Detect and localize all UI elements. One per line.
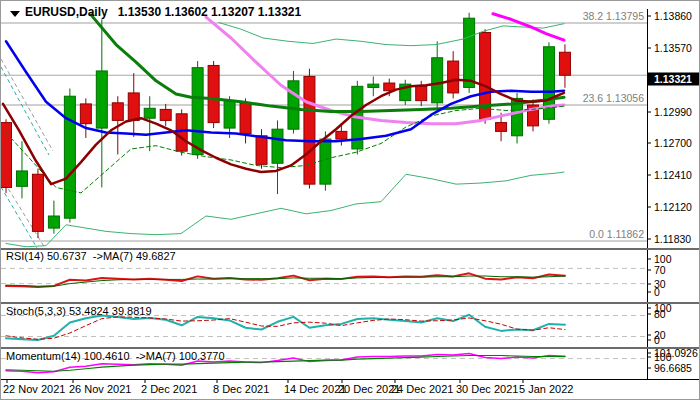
rsi-line bbox=[6, 273, 565, 287]
bull-candle bbox=[320, 139, 331, 184]
time-axis-label: 22 Nov 2021 bbox=[3, 383, 65, 395]
stochastic-pane[interactable] bbox=[1, 315, 647, 340]
time-axis-label: 24 Dec 2021 bbox=[391, 383, 453, 395]
bear-candle bbox=[80, 104, 91, 124]
indicator-axis-label: 80 bbox=[654, 308, 666, 320]
momentum-ma bbox=[6, 356, 565, 372]
bear-candle bbox=[559, 52, 570, 75]
indicator-axis-label: 0 bbox=[654, 334, 660, 346]
time-axis-label: 5 Jan 2022 bbox=[519, 383, 573, 395]
bull-candle bbox=[16, 171, 27, 186]
bull-candle bbox=[48, 216, 59, 228]
price-axis-label: 1.12700 bbox=[654, 137, 692, 149]
price-axis-label: 1.12990 bbox=[654, 106, 692, 118]
indicator-axis-label: 0 bbox=[654, 286, 660, 298]
bear-candle bbox=[336, 131, 347, 139]
bull-candle bbox=[192, 68, 203, 155]
band-upper bbox=[219, 23, 564, 46]
ma-magenta bbox=[493, 14, 564, 40]
price-axis-label: 1.13570 bbox=[654, 42, 692, 54]
bull-candle bbox=[464, 18, 475, 87]
bear-candle bbox=[496, 123, 507, 132]
bear-candle bbox=[304, 76, 315, 184]
time-axis-label: 26 Nov 2021 bbox=[69, 383, 131, 395]
bear-candle bbox=[128, 93, 139, 120]
bear-candle bbox=[112, 103, 123, 121]
main-price-pane[interactable] bbox=[1, 13, 647, 248]
bull-candle bbox=[272, 129, 283, 163]
bear-candle bbox=[448, 61, 459, 93]
rsi-pane[interactable] bbox=[1, 268, 647, 287]
time-axis-label: 30 Dec 2021 bbox=[456, 383, 518, 395]
bear-candle bbox=[160, 109, 171, 120]
price-axis-label: 1.12120 bbox=[654, 201, 692, 213]
time-axis[interactable]: 22 Nov 202126 Nov 20212 Dec 20218 Dec 20… bbox=[1, 381, 647, 399]
bear-candle bbox=[240, 103, 251, 134]
price-axis-label: 1.13860 bbox=[654, 10, 692, 22]
bear-candle bbox=[416, 86, 427, 100]
momentum-line bbox=[6, 353, 565, 372]
bull-candle bbox=[288, 81, 299, 129]
trendline-teal-lower[interactable] bbox=[1, 187, 37, 248]
chart-plot[interactable]: 38.2 1.1379523.6 1.130560.0 1.118621.138… bbox=[1, 1, 700, 400]
bear-candle bbox=[32, 174, 43, 231]
time-axis-label: 2 Dec 2021 bbox=[141, 383, 197, 395]
ma-violet bbox=[206, 17, 564, 124]
momentum-pane[interactable] bbox=[1, 353, 647, 372]
bull-candle bbox=[224, 101, 235, 128]
candles bbox=[1, 13, 570, 238]
current-price-label: 1.13321 bbox=[654, 73, 692, 85]
bull-candle bbox=[96, 71, 107, 128]
bull-candle bbox=[144, 108, 155, 118]
fib-level-label-0: 38.2 1.13795 bbox=[583, 10, 644, 22]
indicator-axis-label: 96.6685 bbox=[654, 362, 692, 374]
bear-candle bbox=[256, 136, 267, 165]
ma-green-thick bbox=[91, 15, 564, 112]
price-axis-label: 1.12410 bbox=[654, 169, 692, 181]
bear-candle bbox=[208, 65, 219, 122]
fib-level-label-1: 23.6 1.13056 bbox=[583, 92, 644, 104]
bear-candle bbox=[176, 114, 187, 151]
bull-candle bbox=[64, 96, 75, 218]
indicator-axis-label: 70 bbox=[654, 264, 666, 276]
bull-candle bbox=[368, 84, 379, 87]
price-axis-label: 1.11830 bbox=[654, 233, 691, 245]
band-lower bbox=[6, 172, 564, 247]
mt4-chart-window: 38.2 1.1379523.6 1.130560.0 1.118621.138… bbox=[0, 0, 700, 400]
chart-dropdown-icon[interactable] bbox=[10, 11, 20, 17]
fib-level-label-2: 0.0 1.11862 bbox=[589, 228, 644, 240]
time-axis-label: 8 Dec 2021 bbox=[213, 383, 269, 395]
bull-candle bbox=[432, 58, 443, 103]
